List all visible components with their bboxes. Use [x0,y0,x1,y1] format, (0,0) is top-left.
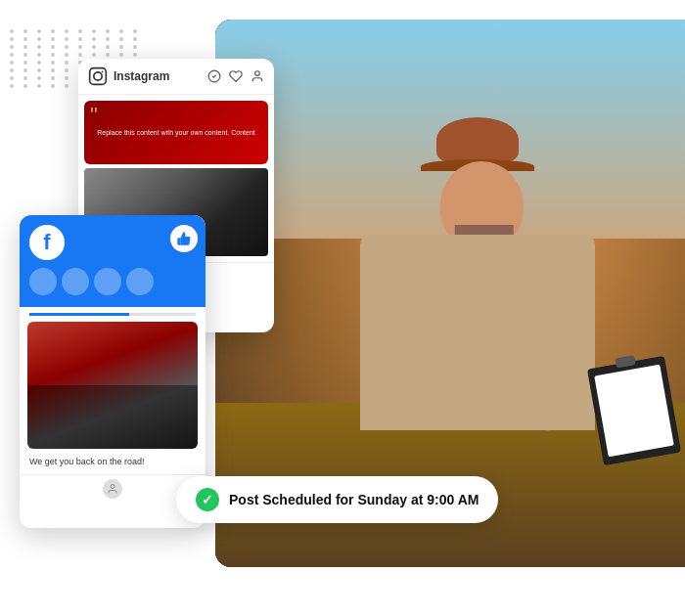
footer-person-icon [107,483,118,495]
facebook-progress-fill [29,313,129,316]
dot [65,45,68,49]
facebook-footer-person-icon [103,479,122,499]
dot [78,53,82,57]
dot [23,68,27,72]
facebook-circles-row [29,268,196,295]
dot [92,53,96,57]
svg-point-2 [102,71,104,73]
dot [78,29,82,33]
dot [92,29,96,33]
facebook-logo-circle: f [29,225,65,260]
notification-toast: ✓ Post Scheduled for Sunday at 9:00 AM [176,476,498,523]
dot [51,29,55,33]
dot [23,45,27,49]
facebook-progress-bar [29,313,196,316]
instagram-title: Instagram [114,69,169,83]
facebook-caption: We get you back on the road! [20,449,206,474]
svg-rect-0 [90,68,107,85]
dot [37,53,41,57]
dot [133,45,137,49]
check-circle: ✓ [196,488,219,511]
dot [23,37,27,41]
fb-circle-4 [126,268,154,295]
dot [92,45,96,49]
dot [119,53,123,57]
dot [65,37,68,41]
dot [23,76,27,80]
svg-point-1 [94,72,102,80]
dot [37,37,41,41]
quote-mark: " [90,105,98,126]
clipboard [587,356,681,465]
instagram-icon [88,66,108,86]
facebook-like-button[interactable] [170,225,198,252]
dot [133,53,137,57]
dot [51,53,55,57]
clipboard-clip [615,355,635,368]
heart-icon [229,69,243,83]
facebook-mechanic-image [27,322,198,449]
fb-circle-1 [29,268,57,295]
dot [51,68,55,72]
fb-circle-3 [94,268,121,295]
dot [10,84,14,88]
dot [37,84,41,88]
dot [78,45,82,49]
instagram-quote-block: " Replace this content with your own con… [84,101,268,164]
dot [23,84,27,88]
body-shirt [360,235,595,430]
dot [106,45,110,49]
mechanic-image-overlay [27,385,198,449]
dot [23,29,27,33]
dot [51,37,55,41]
dot [92,37,96,41]
dot [51,76,55,80]
dot [23,61,27,65]
dot [10,37,14,41]
dot [10,68,14,72]
fb-circle-2 [62,268,89,295]
dot [65,53,68,57]
dot [51,45,55,49]
dot [78,37,82,41]
dot [10,53,14,57]
facebook-header: f [20,215,206,307]
hat-top [436,117,519,161]
dot [23,53,27,57]
mechanic-image-bg [27,322,198,449]
instagram-header-icons [207,69,264,83]
instagram-quote-text: Replace this content with your own conte… [89,128,262,138]
dot [133,29,137,33]
dot [65,76,68,80]
dot [51,61,55,65]
dot [65,29,68,33]
dot [65,61,68,65]
dot [106,29,110,33]
dot [37,45,41,49]
instagram-logo-area: Instagram [88,66,169,86]
dot [37,68,41,72]
dot [10,76,14,80]
dot [10,45,14,49]
instagram-header: Instagram [78,59,274,95]
main-scene: // Will be rendered by JS below [0,0,685,616]
dot [133,37,137,41]
checkmark-icon: ✓ [202,493,213,506]
dot [119,37,123,41]
clipboard-paper [594,365,674,458]
svg-point-4 [255,71,260,76]
dot [37,76,41,80]
svg-point-6 [111,485,114,489]
thumbs-up-icon [176,231,192,246]
dot [10,61,14,65]
verify-icon [207,69,221,83]
dot [119,29,123,33]
dot [37,29,41,33]
dot [51,84,55,88]
dot [65,84,68,88]
person-icon [251,69,264,83]
dot [106,53,110,57]
dot [37,61,41,65]
dot [106,37,110,41]
dot [10,29,14,33]
